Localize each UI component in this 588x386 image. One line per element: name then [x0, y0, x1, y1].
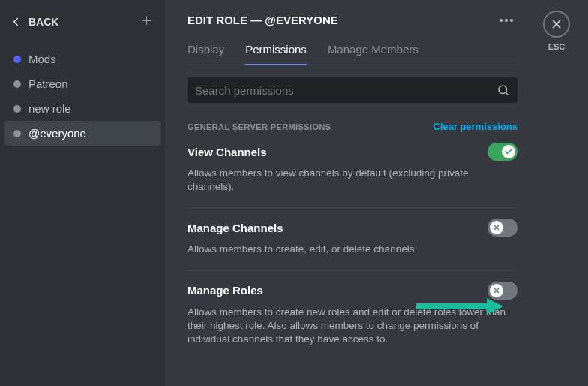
role-name-label: new role	[28, 102, 71, 115]
section-header: GENERAL SERVER PERMISSIONS Clear permiss…	[188, 121, 518, 132]
back-button[interactable]: BACK	[9, 15, 58, 29]
esc-label: ESC	[543, 42, 570, 51]
svg-line-3	[506, 92, 508, 95]
roles-sidebar: BACK ModsPatreonnew role@everyone	[0, 0, 165, 386]
toggle-knob	[490, 284, 503, 297]
section-label: GENERAL SERVER PERMISSIONS	[188, 122, 332, 131]
search-box[interactable]	[188, 77, 518, 103]
close-icon	[550, 17, 563, 31]
plus-icon	[140, 14, 153, 27]
role-name-label: Patreon	[28, 77, 68, 90]
role-color-dot	[14, 56, 21, 63]
permission-description: Allows members to create new roles and e…	[188, 306, 518, 347]
arrow-left-icon	[9, 15, 22, 29]
permission-title: Manage Roles	[188, 284, 263, 297]
svg-point-2	[499, 86, 507, 94]
check-icon	[504, 147, 513, 156]
permission-toggle[interactable]	[488, 143, 518, 161]
permission-toggle[interactable]	[488, 282, 518, 300]
tab-display[interactable]: Display	[188, 43, 224, 65]
permission-title: Manage Channels	[188, 222, 284, 234]
permission-list: View ChannelsAllows members to view chan…	[188, 143, 588, 360]
main-panel: EDIT ROLE — @EVERYONE DisplayPermissions…	[165, 0, 588, 386]
role-list: ModsPatreonnew role@everyone	[4, 41, 160, 146]
role-color-dot	[14, 105, 21, 113]
back-label: BACK	[28, 16, 58, 28]
sidebar-role-item[interactable]: Patreon	[4, 71, 160, 96]
permission-toggle[interactable]	[488, 219, 518, 237]
toggle-knob	[502, 145, 515, 158]
x-icon	[493, 224, 500, 231]
role-color-dot	[14, 80, 21, 88]
sidebar-role-item[interactable]: new role	[4, 96, 160, 121]
permission-title: View Channels	[188, 146, 267, 158]
search-icon	[496, 83, 510, 97]
permission-item: Manage RolesAllows members to create new…	[188, 282, 518, 360]
sidebar-role-item[interactable]: @everyone	[4, 121, 160, 146]
clear-permissions-link[interactable]: Clear permissions	[433, 121, 518, 132]
permission-item: View ChannelsAllows members to view chan…	[188, 143, 518, 208]
tab-bar: DisplayPermissionsManage Members	[188, 43, 518, 65]
close-panel: ESC	[543, 11, 570, 51]
add-role-button[interactable]	[140, 14, 153, 30]
page-title: EDIT ROLE — @EVERYONE	[188, 14, 338, 26]
sidebar-header: BACK	[4, 9, 160, 41]
sidebar-role-item[interactable]: Mods	[4, 47, 160, 71]
permission-description: Allows members to view channels by defau…	[188, 167, 518, 194]
permission-row: View Channels	[188, 143, 518, 161]
toggle-knob	[490, 221, 503, 234]
permission-row: Manage Channels	[188, 219, 518, 237]
x-icon	[493, 287, 500, 294]
role-color-dot	[14, 130, 21, 137]
role-options-button[interactable]	[496, 16, 516, 25]
role-name-label: @everyone	[28, 127, 86, 140]
tab-manage-members[interactable]: Manage Members	[328, 43, 418, 65]
close-button[interactable]	[543, 11, 570, 38]
search-input[interactable]	[195, 84, 496, 97]
permission-description: Allows members to create, edit, or delet…	[188, 243, 518, 256]
edit-header: EDIT ROLE — @EVERYONE	[188, 14, 588, 26]
permission-item: Manage ChannelsAllows members to create,…	[188, 219, 518, 270]
role-name-label: Mods	[28, 53, 56, 65]
permission-row: Manage Roles	[188, 282, 518, 300]
tab-permissions[interactable]: Permissions	[245, 43, 307, 65]
